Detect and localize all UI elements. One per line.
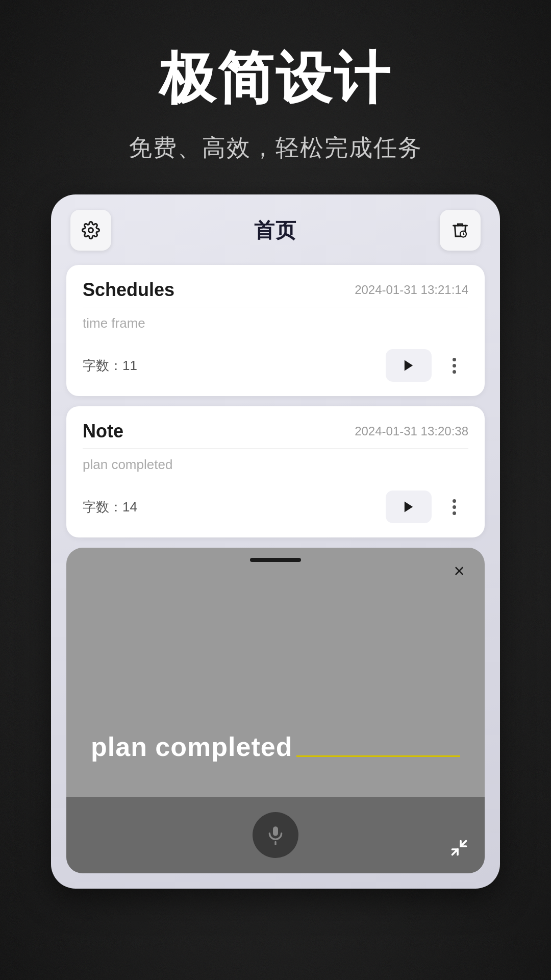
card-footer: 字数：11 bbox=[83, 349, 468, 382]
card-timestamp: 2024-01-31 13:21:14 bbox=[355, 283, 468, 297]
card-title: Note bbox=[83, 421, 123, 442]
card-actions bbox=[386, 491, 468, 523]
play-icon bbox=[402, 500, 416, 514]
modal-text-line: plan completed bbox=[91, 731, 460, 762]
card-footer: 字数：14 bbox=[83, 491, 468, 523]
trash-clock-button[interactable] bbox=[440, 210, 481, 251]
modal-notch bbox=[250, 558, 301, 562]
play-button[interactable] bbox=[386, 491, 432, 523]
trash-clock-icon bbox=[451, 221, 469, 239]
dots-icon bbox=[453, 358, 456, 374]
card-actions bbox=[386, 349, 468, 382]
card-timestamp: 2024-01-31 13:20:38 bbox=[355, 424, 468, 438]
modal-underline bbox=[296, 755, 460, 757]
more-button[interactable] bbox=[440, 491, 468, 523]
settings-button[interactable] bbox=[70, 210, 111, 251]
main-title: 极简设计 bbox=[159, 41, 392, 117]
app-header: 首页 bbox=[66, 210, 485, 251]
app-container: 首页 Schedules 2024-01-31 13:21:14 time fr… bbox=[51, 194, 500, 889]
svg-marker-1 bbox=[405, 360, 413, 371]
modal-overlay: × plan completed bbox=[66, 548, 485, 873]
play-button[interactable] bbox=[386, 349, 432, 382]
card-title: Schedules bbox=[83, 279, 174, 301]
svg-marker-2 bbox=[405, 502, 413, 512]
word-count: 字数：14 bbox=[83, 498, 137, 516]
mic-icon bbox=[265, 825, 286, 845]
modal-close-button[interactable]: × bbox=[446, 558, 472, 584]
word-count: 字数：11 bbox=[83, 357, 137, 375]
card-divider bbox=[83, 307, 468, 307]
svg-rect-5 bbox=[273, 826, 278, 836]
card-divider bbox=[83, 448, 468, 449]
card-header: Schedules 2024-01-31 13:21:14 bbox=[83, 279, 468, 301]
mic-button[interactable] bbox=[253, 812, 298, 858]
app-title: 首页 bbox=[254, 216, 297, 244]
schedules-card: Schedules 2024-01-31 13:21:14 time frame… bbox=[66, 265, 485, 396]
gear-icon bbox=[82, 221, 100, 239]
subtitle: 免费、高效，轻松完成任务 bbox=[129, 132, 422, 164]
modal-text: plan completed bbox=[91, 731, 292, 762]
modal-card: × plan completed bbox=[66, 548, 485, 873]
compress-icon bbox=[450, 839, 468, 857]
card-preview: plan completed bbox=[83, 457, 468, 475]
modal-mic-area bbox=[66, 797, 485, 873]
play-icon bbox=[402, 358, 416, 373]
note-card: Note 2024-01-31 13:20:38 plan completed … bbox=[66, 406, 485, 537]
dots-icon bbox=[453, 499, 456, 515]
compress-button[interactable] bbox=[448, 837, 470, 859]
more-button[interactable] bbox=[440, 349, 468, 382]
card-preview: time frame bbox=[83, 315, 468, 334]
card-header: Note 2024-01-31 13:20:38 bbox=[83, 421, 468, 442]
modal-content: plan completed bbox=[66, 562, 485, 797]
